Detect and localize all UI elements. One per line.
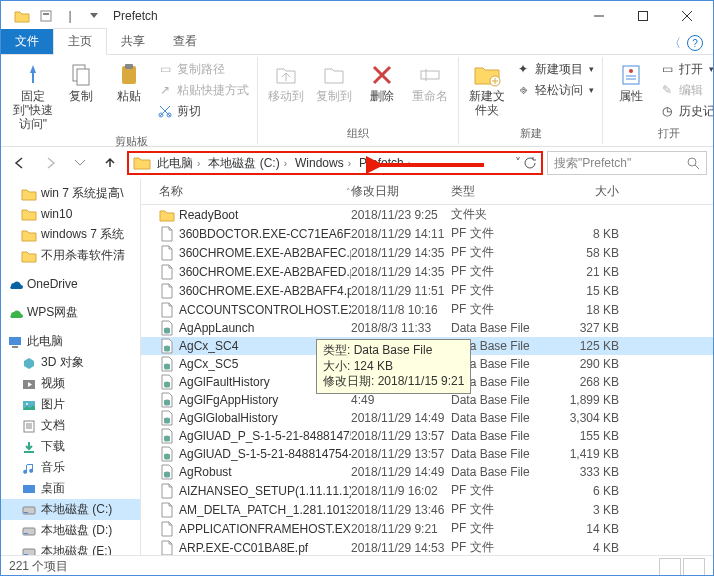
svg-point-12: [629, 69, 633, 73]
tree-item[interactable]: win 7 系统提高\: [1, 183, 140, 204]
tree-item[interactable]: 不用杀毒软件清: [1, 245, 140, 266]
cut-button[interactable]: 剪切: [157, 101, 249, 121]
copy-button[interactable]: 复制: [57, 59, 105, 106]
tab-file[interactable]: 文件: [1, 29, 53, 54]
qat-separator: |: [59, 5, 81, 27]
table-row[interactable]: AIZHANSEO_SETUP(1.11.11.1).EX-3AE...2018…: [141, 481, 713, 500]
svg-rect-1: [43, 13, 49, 15]
ribbon-tabs: 文件 主页 共享 查看 〈?: [1, 31, 713, 55]
svg-rect-17: [9, 337, 21, 345]
table-row[interactable]: 360BDOCTOR.EXE-CC71EA6F.pf2018/11/29 14:…: [141, 224, 713, 243]
table-row[interactable]: 360CHROME.EXE-AB2BAFED.pf2018/11/29 14:3…: [141, 262, 713, 281]
group-open-label: 打开: [658, 125, 680, 142]
pasteshortcut-button[interactable]: ↗粘贴快捷方式: [157, 80, 249, 100]
minimize-button[interactable]: [577, 2, 621, 30]
pin-button[interactable]: 固定到"快速访问": [9, 59, 57, 133]
svg-rect-25: [24, 512, 28, 513]
crumb-0[interactable]: 此电脑›: [155, 155, 206, 172]
table-row[interactable]: APPLICATIONFRAMEHOST.EXE-CCF4E...2018/11…: [141, 519, 713, 538]
easyaccess-button[interactable]: ⎆轻松访问▾: [515, 80, 594, 100]
table-row[interactable]: 360CHROME.EXE-AB2BAFF4.pf2018/11/29 11:5…: [141, 281, 713, 300]
tree-item[interactable]: 本地磁盘 (E:): [1, 541, 140, 555]
ribbon-help[interactable]: 〈?: [659, 33, 713, 54]
table-row[interactable]: ACCOUNTSCONTROLHOST.EXE-96D...2018/11/8 …: [141, 300, 713, 319]
address-bar[interactable]: 此电脑› 本地磁盘 (C:)› Windows› Prefetch› ˅: [127, 151, 543, 175]
table-row[interactable]: AgRobust2018/11/29 14:49Data Base File33…: [141, 463, 713, 481]
tab-view[interactable]: 查看: [159, 29, 211, 54]
ribbon: 固定到"快速访问" 复制 粘贴 ▭复制路径 ↗粘贴快捷方式 剪切 剪贴板 移动到…: [1, 55, 713, 147]
properties-button[interactable]: 属性: [607, 59, 655, 106]
svg-rect-29: [24, 554, 28, 555]
svg-rect-9: [421, 71, 439, 79]
tree-item[interactable]: windows 7 系统: [1, 224, 140, 245]
table-row[interactable]: AgGlGlobalHistory2018/11/29 14:49Data Ba…: [141, 409, 713, 427]
back-button[interactable]: [7, 151, 33, 175]
qat-dropdown-icon[interactable]: [83, 5, 105, 27]
qat-props-icon[interactable]: [35, 5, 57, 27]
svg-point-21: [26, 403, 28, 405]
address-folder-icon: [133, 155, 151, 171]
column-headers[interactable]: 名称˄ 修改日期 类型 大小: [141, 179, 713, 205]
tab-home[interactable]: 主页: [53, 28, 107, 55]
open-button[interactable]: ▭打开▾: [659, 59, 714, 79]
history-button[interactable]: ◷历史记录: [659, 101, 714, 121]
svg-point-16: [688, 158, 696, 166]
group-new-label: 新建: [520, 125, 542, 142]
tab-share[interactable]: 共享: [107, 29, 159, 54]
table-row[interactable]: AgGlUAD_P_S-1-5-21-848814754-343...2018/…: [141, 427, 713, 445]
group-clipboard-label: 剪贴板: [115, 133, 148, 150]
close-button[interactable]: [665, 2, 709, 30]
tree-item[interactable]: OneDrive: [1, 274, 140, 294]
tree-item[interactable]: 下载: [1, 436, 140, 457]
item-count: 221 个项目: [9, 558, 68, 575]
refresh-icon[interactable]: [523, 156, 537, 170]
tree-item[interactable]: 本地磁盘 (D:): [1, 520, 140, 541]
tree-item[interactable]: 视频: [1, 373, 140, 394]
tree-item[interactable]: 3D 对象: [1, 352, 140, 373]
edit-button[interactable]: ✎编辑: [659, 80, 714, 100]
tree-item[interactable]: 图片: [1, 394, 140, 415]
crumb-2[interactable]: Windows›: [293, 156, 357, 170]
moveto-button[interactable]: 移动到: [262, 59, 310, 106]
newitem-button[interactable]: ✦新建项目▾: [515, 59, 594, 79]
svg-rect-6: [125, 64, 133, 69]
tree-item[interactable]: win10: [1, 204, 140, 224]
tree-item[interactable]: 桌面: [1, 478, 140, 499]
svg-rect-4: [77, 69, 89, 85]
file-tooltip: 类型: Data Base File 大小: 124 KB 修改日期: 2018…: [316, 339, 471, 394]
maximize-button[interactable]: [621, 2, 665, 30]
search-input[interactable]: 搜索"Prefetch": [547, 151, 707, 175]
svg-rect-11: [623, 66, 639, 84]
svg-rect-23: [23, 485, 35, 493]
nav-tree[interactable]: win 7 系统提高\win10windows 7 系统不用杀毒软件清OneDr…: [1, 179, 141, 555]
table-row[interactable]: ARP.EXE-CC01BA8E.pf2018/11/29 14:53PF 文件…: [141, 538, 713, 555]
up-button[interactable]: [97, 151, 123, 175]
table-row[interactable]: AM_DELTA_PATCH_1.281.1013.0.E-4D...2018/…: [141, 500, 713, 519]
svg-rect-27: [24, 533, 28, 534]
navbar: 此电脑› 本地磁盘 (C:)› Windows› Prefetch› ˅ 搜索"…: [1, 147, 713, 179]
table-row[interactable]: ReadyBoot2018/11/23 9:25文件夹: [141, 205, 713, 224]
rename-button[interactable]: 重命名: [406, 59, 454, 106]
status-bar: 221 个项目: [1, 555, 713, 576]
newfolder-button[interactable]: 新建文件夹: [463, 59, 511, 120]
address-dropdown-icon[interactable]: ˅: [515, 156, 521, 170]
view-icons-icon[interactable]: [683, 558, 705, 576]
table-row[interactable]: AgGlUAD_S-1-5-21-848814754-34387...2018/…: [141, 445, 713, 463]
delete-button[interactable]: 删除: [358, 59, 406, 106]
forward-button[interactable]: [37, 151, 63, 175]
table-row[interactable]: AgAppLaunch2018/8/3 11:33Data Base File3…: [141, 319, 713, 337]
file-list: 名称˄ 修改日期 类型 大小 ReadyBoot2018/11/23 9:25文…: [141, 179, 713, 555]
crumb-1[interactable]: 本地磁盘 (C:)›: [206, 155, 293, 172]
tree-item[interactable]: 此电脑: [1, 331, 140, 352]
tree-item[interactable]: 文档: [1, 415, 140, 436]
recent-dropdown[interactable]: [67, 151, 93, 175]
table-row[interactable]: 360CHROME.EXE-AB2BAFEC.pf2018/11/29 14:3…: [141, 243, 713, 262]
tree-item[interactable]: WPS网盘: [1, 302, 140, 323]
copypath-button[interactable]: ▭复制路径: [157, 59, 249, 79]
tree-item[interactable]: 音乐: [1, 457, 140, 478]
copyto-button[interactable]: 复制到: [310, 59, 358, 106]
view-details-icon[interactable]: [659, 558, 681, 576]
tree-item[interactable]: 本地磁盘 (C:): [1, 499, 140, 520]
paste-button[interactable]: 粘贴: [105, 59, 153, 106]
annotation-arrow: [366, 155, 486, 175]
